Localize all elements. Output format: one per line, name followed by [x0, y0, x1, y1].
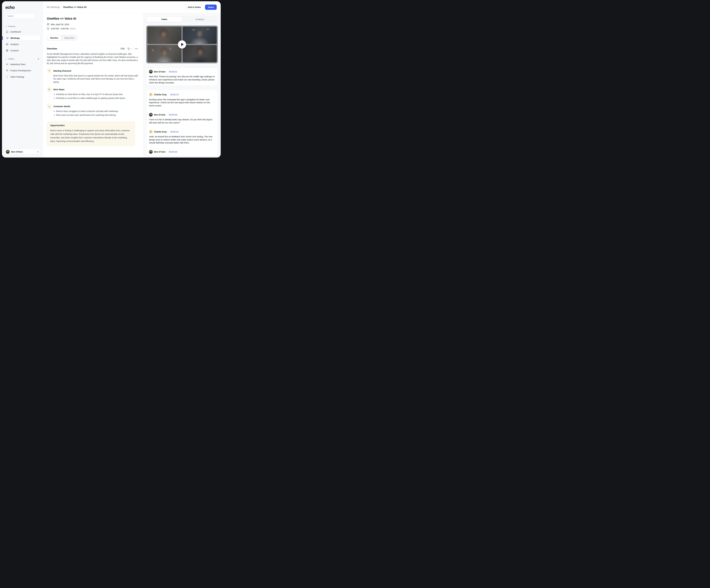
video-tile-participant-4	[183, 45, 217, 62]
home-icon	[6, 30, 8, 33]
sidebar-folder-marketing-team[interactable]: Marketing Team	[4, 61, 41, 67]
sidebar-nav: Features Dashboard Meetings Analyti	[2, 22, 43, 79]
timestamp-link[interactable]: 00:00:42	[170, 131, 179, 133]
video-tile-participant-3	[147, 45, 182, 62]
transcript-entry: Ben O’nion · 00:00:30 I love it so far! …	[149, 113, 215, 124]
bullet-item: Kimberly to send Brent a video walkthrou…	[56, 97, 126, 100]
add-to-folder-button[interactable]: Add to folder	[185, 4, 204, 10]
meeting-time-row: 3:00 PM - 4:00 PM (60m)	[47, 27, 138, 30]
sidebar-item-analytics[interactable]: Analytics	[4, 41, 41, 47]
sidebar-item-label: Contacts	[10, 49, 19, 52]
media-panel: Video Analytics Ben	[143, 13, 221, 158]
active-indicator	[2, 36, 3, 40]
speaker-name: Ben O’nion	[154, 70, 165, 73]
section-title: Customer Needs	[53, 104, 118, 108]
ladder-icon	[47, 87, 51, 92]
speaker-avatar	[149, 70, 153, 73]
section-bullets: Brent's team struggles to share customer…	[56, 110, 118, 117]
add-folder-button[interactable]	[37, 58, 40, 60]
bullet-item: Brent's team struggles to share customer…	[56, 110, 118, 113]
transcript-text: Yeah, we based this on feedback from rec…	[149, 135, 215, 144]
folder-label: Marketing Team	[10, 63, 25, 66]
search-shortcut-key: /	[35, 14, 39, 18]
calendar-icon	[47, 23, 49, 26]
transcript-entry: C Charlie Gray · 00:00:15 Exciting news!…	[149, 93, 215, 107]
section-customer-needs: Customer Needs Brent's team struggles to…	[47, 104, 138, 121]
contacts-icon	[6, 49, 8, 52]
meeting-date-row: Mon, April 29, 2024	[47, 23, 138, 26]
glowing-star-icon	[47, 69, 51, 73]
transcript-entry: Ben O’nion · 00:00:30	[149, 150, 215, 154]
sidebar-item-contacts[interactable]: Contacts	[4, 48, 41, 53]
timestamp-link[interactable]: 00:00:30	[169, 150, 177, 153]
user-name: Ben O’Nion	[11, 150, 36, 153]
bar-chart-icon	[6, 43, 8, 46]
dot-separator: ·	[167, 70, 168, 73]
tab-analytics[interactable]: Analytics	[182, 17, 218, 22]
transcript-entry: C Charlie Gray · 00:00:42 Yeah, we based…	[149, 130, 215, 144]
chevron-down-icon	[131, 48, 132, 49]
summary-sections: Meeting Outcome Brent from Flair feels t…	[47, 69, 138, 121]
play-icon	[181, 43, 184, 46]
speaker-avatar: C	[149, 130, 153, 134]
meeting-date: Mon, April 29, 2024	[51, 23, 69, 26]
timestamp-link[interactable]: 00:00:01	[169, 70, 177, 73]
bullet-item: Kimberly to meet Brent on Mon, Apr 4 at …	[56, 93, 126, 96]
main-area: My Meetings / OneHive <> Voice AI Add to…	[43, 1, 221, 158]
folders-section-toggle[interactable]: Folders	[4, 57, 41, 61]
opportunities-card: Opportunities Brent’s team is finding it…	[47, 121, 135, 146]
meeting-time: 3:00 PM - 4:00 PM	[51, 27, 69, 30]
meeting-duration: (60m)	[70, 27, 76, 30]
share-button[interactable]: Share	[205, 4, 217, 10]
user-menu[interactable]: Ben O’Nion	[4, 149, 41, 155]
sidebar-item-meetings[interactable]: Meetings	[4, 35, 41, 41]
transcript-list: Ben O’nion · 00:00:01 New Text: Thanks f…	[146, 68, 218, 156]
timestamp-link[interactable]: 00:00:15	[170, 93, 179, 96]
tab-shorten[interactable]: Shorten	[47, 35, 61, 41]
tab-video[interactable]: Video	[146, 17, 182, 22]
transcript-card: C Charlie Gray · 00:00:15 Exciting news!…	[146, 90, 218, 156]
media-tabs: Video Analytics	[146, 17, 218, 22]
palm-up-hand-icon	[47, 104, 51, 109]
dot-separator: ·	[167, 114, 168, 116]
edit-button[interactable]: Edit	[121, 47, 125, 50]
sidebar-item-dashboard[interactable]: Dashboard	[4, 29, 41, 34]
search-input[interactable]: Search /	[5, 14, 40, 19]
content-row: OneHive <> Voice AI Mon, April 29, 2024 …	[43, 13, 221, 158]
play-button[interactable]	[178, 40, 186, 49]
breadcrumb-current: OneHive <> Voice AI	[63, 6, 86, 9]
tab-deep-dive[interactable]: Deep Dive	[61, 35, 77, 41]
dot-separator: ·	[167, 151, 168, 153]
sidebar: echo Search / Features Dashboard	[2, 1, 43, 158]
light-bulb-icon	[6, 75, 8, 78]
speaker-avatar	[149, 150, 153, 154]
section-title: Next Steps	[53, 87, 126, 91]
features-section-toggle[interactable]: Features	[4, 24, 41, 28]
transcript-entry: Ben O’nion · 00:00:01 New Text: Thanks f…	[146, 68, 218, 86]
dot-separator: ·	[168, 131, 169, 133]
speaker-name: Ben O’nion	[154, 114, 165, 116]
clock-icon	[47, 27, 49, 30]
timestamp-link[interactable]: 00:00:30	[169, 114, 177, 116]
sidebar-folder-product-development[interactable]: Product Development	[4, 68, 41, 73]
sidebar-item-label: Analytics	[10, 43, 19, 45]
chevron-down-icon	[5, 58, 7, 60]
hammer-wrench-icon	[6, 69, 8, 72]
speaker-avatar	[149, 113, 153, 116]
speaker-name: Charlie Gray	[154, 131, 167, 133]
section-text: Brent from Flair feels that Quest is a g…	[53, 74, 138, 84]
transcript-text: I love it so far! It already looks way c…	[149, 118, 215, 124]
section-meeting-outcome: Meeting Outcome Brent from Flair feels t…	[47, 69, 138, 87]
transcript-text: Exciting news! We revamped the app's nav…	[149, 98, 215, 107]
overview-heading: Overview	[47, 47, 57, 50]
breadcrumb-my-meetings[interactable]: My Meetings	[47, 6, 60, 8]
search-placeholder: Search	[7, 15, 35, 17]
more-options-button[interactable]: •••	[135, 48, 138, 50]
sidebar-folder-sales-strategy[interactable]: Sales Strategy	[4, 74, 41, 79]
folders-section-label: Folders	[8, 58, 14, 60]
section-bullets: Kimberly to meet Brent on Mon, Apr 4 at …	[56, 93, 126, 100]
breadcrumb-separator: /	[61, 6, 62, 8]
speaker-name: Charlie Gray	[154, 93, 167, 96]
video-player[interactable]	[146, 26, 218, 63]
copy-button[interactable]	[127, 47, 132, 50]
